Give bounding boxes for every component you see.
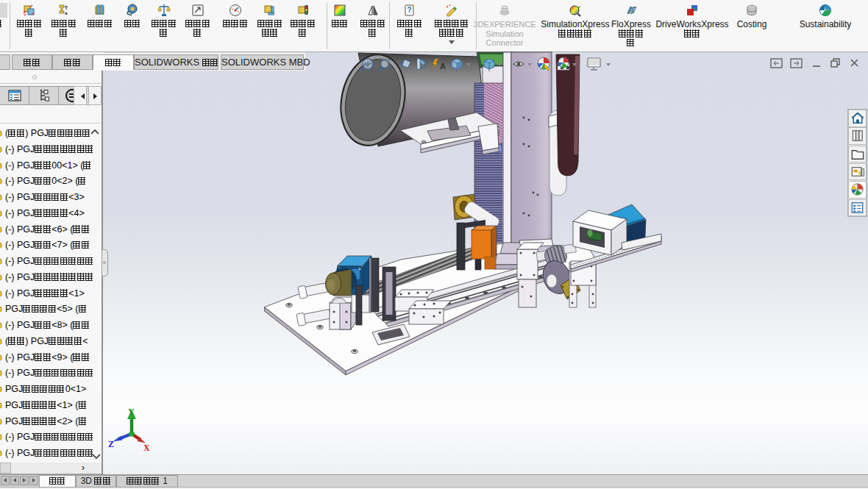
svg-text:Z: Z xyxy=(108,439,114,449)
svg-text:A: A xyxy=(440,62,446,71)
svg-text:X: X xyxy=(143,443,150,453)
svg-text:Y: Y xyxy=(128,407,135,417)
